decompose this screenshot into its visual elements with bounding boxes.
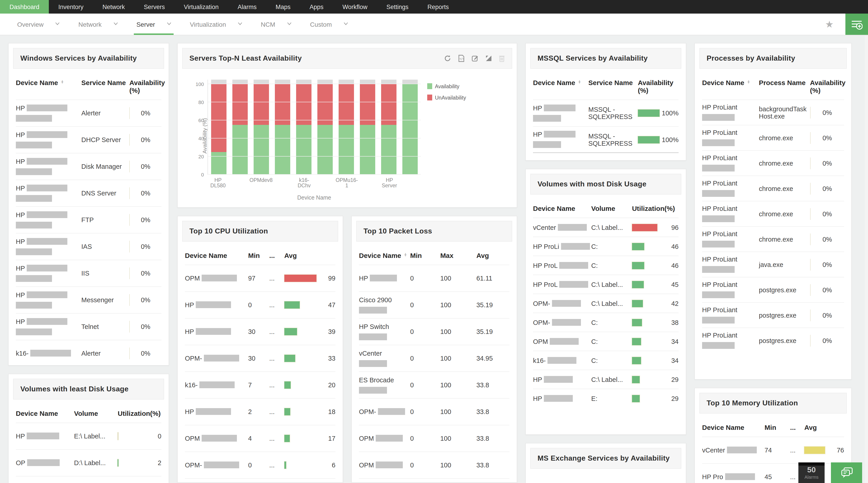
chart-bar[interactable]: [381, 80, 397, 175]
nav-item-alarms[interactable]: Alarms: [228, 0, 266, 13]
table-row[interactable]: HP Switch 010035.19: [359, 318, 509, 345]
table-row[interactable]: Cisco 2900 010035.19: [359, 291, 509, 318]
edit-icon[interactable]: [471, 55, 479, 62]
table-row[interactable]: HP FTP0%: [16, 206, 161, 233]
dashboard-tab-custom[interactable]: Custom: [310, 13, 348, 35]
sort-icon[interactable]: ▲▼: [61, 80, 64, 84]
dashboard-tab-network[interactable]: Network: [79, 13, 118, 35]
table-row[interactable]: HP DNS Server0%: [16, 180, 161, 206]
table-row[interactable]: OPM C:34: [533, 332, 679, 351]
table-row[interactable]: OPM- 0...6: [185, 452, 336, 478]
contrast-icon[interactable]: [486, 55, 492, 61]
nav-item-virtualization[interactable]: Virtualization: [174, 0, 228, 13]
table-row[interactable]: HP E:29: [533, 389, 679, 408]
table-row[interactable]: HP IAS0%: [16, 233, 161, 260]
nav-item-servers[interactable]: Servers: [134, 0, 174, 13]
table-row[interactable]: vCenter C:\ Label...96: [533, 218, 679, 237]
dashboard-tab-server[interactable]: Server: [136, 13, 170, 35]
chart-bar[interactable]: [317, 80, 333, 175]
table-row[interactable]: OPM 97...99: [185, 265, 336, 291]
refresh-icon[interactable]: [444, 55, 451, 62]
table-row[interactable]: HP ProLiant chrome.exe0%: [702, 201, 844, 226]
table-row[interactable]: vCenter 74...76: [702, 437, 844, 463]
table-row[interactable]: k16- 7...20: [185, 371, 336, 398]
favorite-star-icon[interactable]: ★: [825, 13, 834, 35]
nav-item-settings[interactable]: Settings: [377, 0, 418, 13]
table-row[interactable]: OPM- C:38: [533, 313, 679, 332]
table-row[interactable]: k16- C:34: [533, 351, 679, 370]
alarms-badge[interactable]: 50 Alarms: [798, 462, 825, 483]
table-row[interactable]: HP ProLiant java.exe0%: [702, 252, 844, 277]
column-header-device-name[interactable]: Device Name▲▼: [359, 252, 410, 259]
column-header-device-name[interactable]: Device Name▲▼: [702, 79, 759, 94]
nav-item-apps[interactable]: Apps: [300, 0, 333, 13]
table-row[interactable]: HP ProLiant postgres.exe0%: [702, 328, 844, 353]
table-row[interactable]: HP MSSQL - SQLEXPRESS100%: [533, 126, 679, 153]
embed-code-icon[interactable]: </>: [458, 55, 465, 62]
chart-bar[interactable]: [339, 80, 354, 175]
table-row[interactable]: OP D:\ Label...2: [16, 449, 161, 476]
table-row[interactable]: OPM 4...17: [185, 425, 336, 452]
chart-bar[interactable]: [253, 80, 269, 175]
sort-icon[interactable]: ▲▼: [747, 80, 750, 84]
table-row[interactable]: HP ProLiant postgres.exe0%: [702, 302, 844, 328]
sort-icon[interactable]: ▲▼: [404, 253, 407, 257]
table-row[interactable]: HP ProLiant chrome.exe0%: [702, 226, 844, 252]
table-row[interactable]: HP 0...47: [185, 291, 336, 318]
table-row[interactable]: OPM 010033.8: [359, 452, 509, 478]
table-row[interactable]: OPM 010033.8: [359, 425, 509, 452]
table-row[interactable]: HP 2...18: [185, 398, 336, 425]
table-row[interactable]: HP ProL C:\ Label...45: [533, 275, 679, 294]
table-row[interactable]: OPM- 30...33: [185, 345, 336, 371]
table-row[interactable]: HP ProLi C:46: [533, 237, 679, 256]
column-header-device-name[interactable]: Device Name▲▼: [533, 79, 588, 94]
dashboard-tab-ncm[interactable]: NCM: [261, 13, 291, 35]
table-row[interactable]: ES Brocade 010033.8: [359, 371, 509, 398]
nav-item-dashboard[interactable]: Dashboard: [0, 0, 49, 13]
table-row[interactable]: OPM- 010033.8: [359, 398, 509, 425]
chart-bar[interactable]: [360, 80, 375, 175]
table-row[interactable]: HP ProLiant chrome.exe0%: [702, 150, 844, 175]
table-row[interactable]: HP ProLiant postgres.exe0%: [702, 277, 844, 302]
table-row[interactable]: HP Messenger0%: [16, 286, 161, 313]
delete-icon[interactable]: [499, 55, 505, 62]
table-row[interactable]: k16- Alerter0%: [16, 340, 161, 366]
nav-item-reports[interactable]: Reports: [418, 0, 458, 13]
table-row[interactable]: vCenter 010034.95: [359, 345, 509, 371]
table-row[interactable]: HP ProLiant chrome.exe0%: [702, 125, 844, 150]
table-row[interactable]: HP Alerter0%: [16, 100, 161, 126]
dashboard-tab-overview[interactable]: Overview: [17, 13, 59, 35]
table-row[interactable]: HP IIS0%: [16, 260, 161, 286]
nav-item-maps[interactable]: Maps: [266, 0, 300, 13]
chart-bar[interactable]: [275, 80, 290, 175]
table-row[interactable]: HP ProL C:46: [533, 256, 679, 275]
table-row[interactable]: HP Telnet0%: [16, 313, 161, 340]
table-row[interactable]: HP C:\ Label...29: [533, 370, 679, 389]
table-row[interactable]: HP 010061.11: [359, 265, 509, 291]
table-row[interactable]: HP MSSQL - SQLEXPRESS100%: [533, 100, 679, 126]
chart-bar[interactable]: [211, 80, 226, 175]
chat-button[interactable]: [831, 462, 862, 483]
chart-bar[interactable]: [232, 80, 248, 175]
nav-item-inventory[interactable]: Inventory: [49, 0, 93, 13]
table-row[interactable]: HP 30...39: [185, 318, 336, 345]
table-row[interactable]: HP ProLiant chrome.exe0%: [702, 175, 844, 201]
table-row[interactable]: OPM- C:\ Label...42: [533, 294, 679, 313]
column-header-device-name[interactable]: Device Name▲▼: [16, 79, 81, 94]
sort-icon[interactable]: ▲▼: [578, 80, 581, 84]
availability-value: 0%: [130, 136, 161, 143]
table-row[interactable]: HP E:\ Label...0: [16, 423, 161, 449]
nav-item-network[interactable]: Network: [93, 0, 134, 13]
table-row[interactable]: vCenter 374: [185, 478, 336, 483]
table-row[interactable]: HP 010033.56: [359, 478, 509, 483]
table-row[interactable]: HP C:\ Label...3: [16, 476, 161, 483]
nav-item-workflow[interactable]: Workflow: [333, 0, 377, 13]
table-row[interactable]: HP ProLiant backgroundTask Host.exe0%: [702, 100, 844, 125]
chart-bar[interactable]: [403, 80, 418, 175]
table-row[interactable]: HP DHCP Server0%: [16, 126, 161, 153]
add-dashboard-button[interactable]: [845, 13, 868, 35]
chart-bar[interactable]: [296, 80, 311, 175]
table-row[interactable]: HP Disk Manager0%: [16, 153, 161, 180]
scrollbar[interactable]: [865, 36, 868, 483]
dashboard-tab-virtualization[interactable]: Virtualization: [190, 13, 242, 35]
